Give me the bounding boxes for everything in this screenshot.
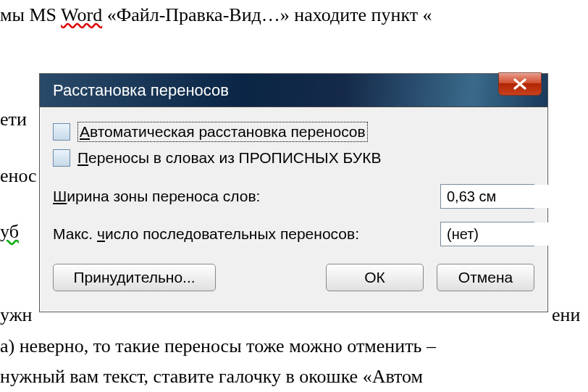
auto-hyphen-label[interactable]: Автоматическая расстановка переносов: [77, 122, 368, 142]
doc-text-line: нужный вам текст, ставите галочку в окош…: [0, 366, 423, 388]
doc-text-line: енос: [0, 165, 37, 187]
manual-hyphen-button[interactable]: Принудительно...: [53, 264, 216, 291]
close-icon: [512, 78, 528, 90]
dialog-title: Расстановка переносов: [53, 81, 229, 100]
auto-hyphen-checkbox[interactable]: [53, 123, 70, 141]
max-consec-spinner[interactable]: [440, 222, 534, 246]
doc-text-line: а) неверно, то такие переносы тоже можно…: [0, 335, 436, 357]
max-consec-input[interactable]: [441, 222, 588, 246]
doc-text-line: уб: [0, 221, 19, 243]
hyphenation-dialog: Расстановка переносов Автоматическая рас…: [39, 73, 548, 312]
doc-text-line: мы MS Word «Файл-Правка-Вид…» находите п…: [0, 4, 432, 26]
zone-width-input[interactable]: [441, 185, 588, 208]
max-consec-label: Макс. число последовательных переносов:: [53, 225, 440, 243]
caps-hyphen-checkbox[interactable]: [53, 149, 70, 167]
doc-text-line: ети: [0, 109, 27, 130]
titlebar[interactable]: Расстановка переносов: [40, 74, 547, 107]
caps-hyphen-label[interactable]: Переносы в словах из ПРОПИСНЫХ БУКВ: [77, 149, 381, 167]
cancel-button[interactable]: Отмена: [437, 264, 534, 291]
zone-width-spinner[interactable]: [440, 184, 534, 209]
doc-text-line: ужн: [0, 304, 33, 326]
close-button[interactable]: [498, 72, 542, 96]
zone-width-label: Ширина зоны переноса слов:: [53, 188, 440, 205]
ok-button[interactable]: ОК: [326, 264, 424, 291]
doc-text-line: ени: [552, 304, 580, 326]
